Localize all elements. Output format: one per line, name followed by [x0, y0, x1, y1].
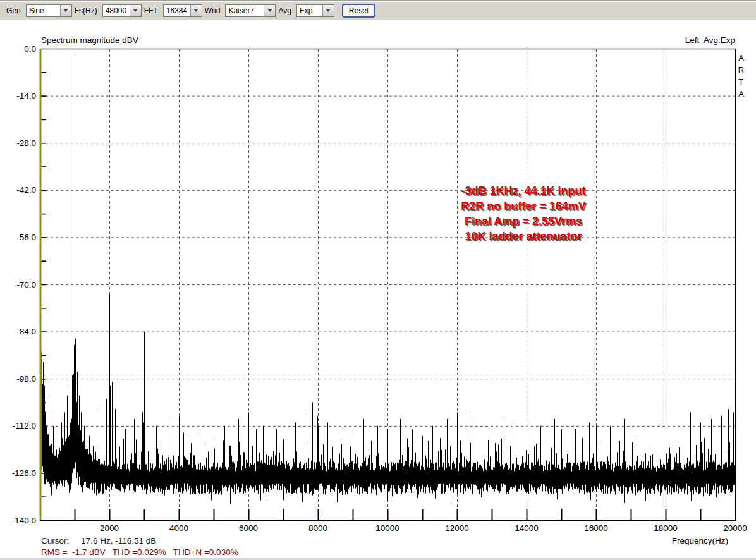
- toolbar: Gen Sine Fs(Hz) 48000 FFT 16384 Wnd Kais…: [0, 0, 756, 20]
- svg-text:18000: 18000: [654, 523, 678, 533]
- svg-text:20000: 20000: [723, 523, 747, 533]
- reset-button[interactable]: Reset: [342, 4, 375, 18]
- chevron-down-icon: [193, 9, 198, 12]
- rms-thd-readout: RMS = -1.7 dBV THD =0.029% THD+N =0.030%: [41, 547, 238, 557]
- svg-text:-98.0: -98.0: [16, 374, 36, 384]
- svg-text:-70.0: -70.0: [16, 280, 36, 289]
- channel-averaging-info: Left Avg:Exp: [685, 35, 735, 45]
- svg-text:-42.0: -42.0: [16, 185, 36, 195]
- svg-text:12000: 12000: [445, 523, 469, 533]
- chevron-down-icon: [63, 9, 68, 12]
- svg-text:-126.0: -126.0: [12, 468, 36, 478]
- wnd-dropdown-button[interactable]: [264, 5, 275, 16]
- svg-text:10000: 10000: [375, 523, 399, 533]
- tick-layer: [40, 73, 701, 520]
- fs-combobox-value: 48000: [103, 5, 130, 16]
- svg-text:14000: 14000: [515, 523, 539, 533]
- avg-label: Avg: [278, 6, 291, 15]
- axis-label-layer: 0.0-14.0-28.0-42.0-56.0-70.0-84.0-98.0-1…: [12, 44, 747, 533]
- arta-watermark: ARTA: [736, 53, 746, 101]
- svg-text:0.0: 0.0: [24, 44, 36, 54]
- svg-text:-112.0: -112.0: [13, 421, 36, 430]
- cursor-label: Cursor:: [41, 536, 69, 545]
- cursor-value: 17.6 Hz, -116.51 dB: [81, 536, 156, 545]
- wnd-combobox-value: Kaiser7: [226, 5, 264, 16]
- wnd-combobox[interactable]: Kaiser7: [225, 4, 276, 17]
- x-axis-title: Frequency(Hz): [672, 536, 728, 545]
- svg-text:8000: 8000: [308, 523, 327, 533]
- svg-text:2000: 2000: [100, 523, 119, 533]
- annotation-text: -3dB 1KHz, 44.1K input R2R no buffer = 1…: [417, 183, 630, 244]
- cursor-readout: Cursor:17.6 Hz, -116.51 dB: [41, 536, 156, 545]
- plot-title: Spectrum magnitude dBV: [41, 35, 138, 45]
- fs-dropdown-button[interactable]: [130, 5, 141, 16]
- avg-combobox[interactable]: Exp: [296, 4, 334, 17]
- arta-spectrum-window: { "toolbar": { "gen_label": "Gen", "gen_…: [0, 0, 756, 560]
- fft-combobox-value: 16384: [164, 5, 190, 16]
- annotation-line: Final Amp = 2.55Vrms: [417, 214, 630, 229]
- annotation-line: -3dB 1KHz, 44.1K input: [417, 183, 630, 198]
- svg-text:4000: 4000: [169, 523, 188, 533]
- trace-layer: [40, 56, 736, 504]
- gen-combobox-value: Sine: [27, 5, 60, 16]
- chevron-down-icon: [326, 9, 331, 12]
- fs-label: Fs(Hz): [75, 6, 97, 15]
- avg-combobox-value: Exp: [297, 5, 322, 16]
- gen-label: Gen: [6, 6, 21, 15]
- chevron-down-icon: [267, 9, 272, 12]
- fft-label: FFT: [144, 6, 158, 15]
- svg-text:-14.0: -14.0: [16, 91, 36, 100]
- gen-combobox[interactable]: Sine: [26, 4, 72, 17]
- svg-text:6000: 6000: [239, 523, 258, 533]
- annotation-line: R2R no buffer = 164mV: [417, 198, 630, 214]
- svg-text:-140.0: -140.0: [12, 516, 36, 525]
- gen-dropdown-button[interactable]: [60, 5, 71, 16]
- svg-text:-56.0: -56.0: [16, 233, 36, 242]
- svg-text:-28.0: -28.0: [16, 138, 36, 148]
- fft-combobox[interactable]: 16384: [163, 4, 202, 17]
- chevron-down-icon: [133, 9, 138, 12]
- avg-dropdown-button[interactable]: [322, 5, 334, 16]
- svg-text:-84.0: -84.0: [16, 327, 36, 336]
- annotation-line: 10K ladder attenuator: [417, 229, 630, 244]
- fft-dropdown-button[interactable]: [190, 5, 202, 16]
- wnd-label: Wnd: [205, 6, 221, 15]
- spectrum-plot[interactable]: 0.0-14.0-28.0-42.0-56.0-70.0-84.0-98.0-1…: [0, 0, 756, 560]
- svg-text:16000: 16000: [584, 523, 608, 533]
- fs-combobox[interactable]: 48000: [102, 4, 142, 17]
